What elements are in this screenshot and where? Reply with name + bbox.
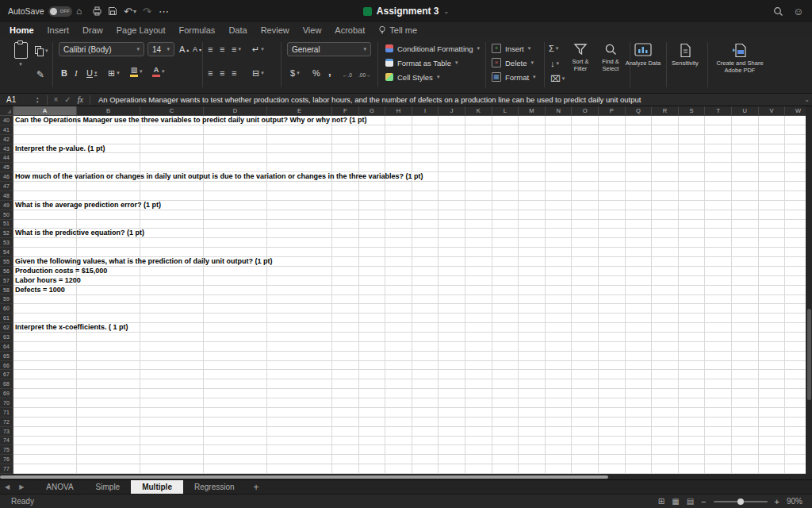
- tab-formulas[interactable]: Formulas: [179, 25, 216, 35]
- percent-button[interactable]: %: [312, 67, 320, 79]
- column-header-U[interactable]: U: [732, 106, 759, 116]
- align-middle-icon[interactable]: ≡: [220, 43, 224, 56]
- row-header-45[interactable]: 45: [0, 163, 13, 172]
- wrap-text-button[interactable]: ↵▾: [252, 43, 264, 56]
- adobe-pdf-button[interactable]: Create and Share Adobe PDF: [712, 43, 768, 74]
- add-sheet-button[interactable]: +: [246, 482, 267, 493]
- select-all-corner[interactable]: [0, 106, 13, 116]
- row-header-56[interactable]: 56: [0, 267, 13, 276]
- view-normal-icon[interactable]: ▦: [672, 497, 679, 506]
- row-header-60[interactable]: 60: [0, 304, 13, 314]
- cell-A58[interactable]: Defects = 1000: [15, 286, 65, 295]
- name-box[interactable]: A1: [0, 95, 36, 104]
- tab-acrobat[interactable]: Acrobat: [335, 25, 365, 35]
- increase-decimal-button[interactable]: ←.0: [343, 68, 352, 81]
- column-header-D[interactable]: D: [204, 106, 267, 116]
- merge-center-button[interactable]: ⊟▾: [252, 67, 264, 79]
- align-left-icon[interactable]: ≡: [208, 67, 213, 79]
- tab-insert[interactable]: Insert: [48, 25, 70, 35]
- row-header-63[interactable]: 63: [0, 333, 13, 342]
- column-header-O[interactable]: O: [572, 106, 599, 116]
- column-header-P[interactable]: P: [599, 106, 626, 116]
- account-icon[interactable]: ☺: [793, 0, 803, 22]
- cell-A52[interactable]: What is the predictive equation? (1 pt): [15, 229, 144, 238]
- row-header-55[interactable]: 55: [0, 257, 13, 267]
- horizontal-scrollbar-thumb[interactable]: [0, 475, 608, 479]
- paste-button[interactable]: ▾: [10, 42, 32, 68]
- delete-cells-button[interactable]: × Delete▾: [492, 57, 534, 68]
- format-painter-button[interactable]: ✎: [36, 68, 44, 81]
- tab-home[interactable]: Home: [10, 25, 34, 35]
- comma-style-button[interactable]: ,: [328, 65, 331, 78]
- increase-font-button[interactable]: A▴: [179, 43, 189, 56]
- autosum-button[interactable]: Σ▾: [549, 42, 558, 55]
- tab-view[interactable]: View: [303, 25, 322, 35]
- cell-styles-button[interactable]: Cell Styles▾: [385, 71, 439, 83]
- font-name-select[interactable]: Calibri (Body)▾: [59, 42, 144, 56]
- insert-cells-button[interactable]: + Insert▾: [492, 43, 530, 54]
- cell-A40[interactable]: Can the Operations Manager use the three…: [15, 116, 367, 125]
- tab-page-layout[interactable]: Page Layout: [117, 25, 166, 35]
- column-header-I[interactable]: I: [412, 106, 439, 116]
- row-header-59[interactable]: 59: [0, 295, 13, 305]
- column-header-B[interactable]: B: [77, 106, 140, 116]
- cancel-icon[interactable]: ×: [51, 95, 62, 104]
- row-header-65[interactable]: 65: [0, 352, 13, 361]
- tab-draw[interactable]: Draw: [82, 25, 103, 35]
- row-header-73[interactable]: 73: [0, 427, 13, 437]
- column-header-Q[interactable]: Q: [626, 106, 653, 116]
- fill-color-button[interactable]: ▨▾: [130, 65, 143, 78]
- column-header-G[interactable]: G: [359, 106, 386, 116]
- column-header-S[interactable]: S: [679, 106, 706, 116]
- cell-A43[interactable]: Interpret the p-value. (1 pt): [15, 144, 105, 154]
- row-header-68[interactable]: 68: [0, 379, 13, 389]
- document-title[interactable]: Assignment 3: [377, 6, 439, 17]
- zoom-in-button[interactable]: +: [775, 497, 779, 506]
- row-header-48[interactable]: 48: [0, 191, 13, 201]
- enter-icon[interactable]: ✓: [61, 95, 74, 104]
- row-header-44[interactable]: 44: [0, 153, 13, 163]
- formula-input[interactable]: An Operations Manager wants to test whet…: [98, 95, 780, 104]
- format-cells-button[interactable]: ▦ Format▾: [492, 71, 536, 83]
- find-select-button[interactable]: Find & Select: [596, 43, 625, 72]
- row-header-42[interactable]: 42: [0, 135, 13, 144]
- cell-A55[interactable]: Given the following values, what is the …: [15, 257, 273, 267]
- row-header-72[interactable]: 72: [0, 418, 13, 427]
- cell-A57[interactable]: Labor hours = 1200: [15, 276, 81, 286]
- insert-function-button[interactable]: fx: [75, 95, 86, 104]
- analyze-data-button[interactable]: Analyze Data: [625, 43, 661, 67]
- column-header-V[interactable]: V: [759, 106, 786, 116]
- row-header-52[interactable]: 52: [0, 229, 13, 238]
- view-page-layout-icon[interactable]: ▤: [687, 497, 694, 506]
- row-header-66[interactable]: 66: [0, 361, 13, 371]
- sheet-tab-anova[interactable]: ANOVA: [35, 480, 84, 494]
- underline-button[interactable]: U▾: [86, 67, 97, 79]
- tell-me-button[interactable]: Tell me: [378, 25, 417, 35]
- zoom-slider[interactable]: [714, 501, 768, 502]
- column-header-M[interactable]: M: [519, 106, 546, 116]
- row-header-76[interactable]: 76: [0, 455, 13, 464]
- row-header-54[interactable]: 54: [0, 248, 13, 257]
- conditional-formatting-button[interactable]: Conditional Formatting▾: [385, 43, 480, 54]
- align-right-icon[interactable]: ≡: [232, 67, 236, 79]
- column-header-E[interactable]: E: [267, 106, 332, 116]
- row-header-51[interactable]: 51: [0, 220, 13, 229]
- horizontal-scrollbar[interactable]: [0, 474, 806, 479]
- column-header-H[interactable]: H: [385, 106, 412, 116]
- italic-button[interactable]: I: [75, 67, 78, 79]
- row-header-50[interactable]: 50: [0, 210, 13, 220]
- vertical-scrollbar[interactable]: [806, 106, 812, 474]
- title-chevron-icon[interactable]: ⌄: [443, 8, 449, 15]
- row-header-71[interactable]: 71: [0, 408, 13, 418]
- format-as-table-button[interactable]: Format as Table▾: [385, 57, 458, 68]
- row-header-57[interactable]: 57: [0, 276, 13, 286]
- tab-review[interactable]: Review: [261, 25, 289, 35]
- align-bottom-icon[interactable]: ≡▾: [232, 43, 241, 56]
- cell-A46[interactable]: How much of the variation or changes in …: [15, 172, 423, 182]
- zoom-out-button[interactable]: −: [701, 497, 706, 506]
- sort-filter-button[interactable]: Sort & Filter: [566, 43, 595, 72]
- row-header-49[interactable]: 49: [0, 201, 13, 210]
- row-header-74[interactable]: 74: [0, 437, 13, 446]
- cell-A49[interactable]: What is the average prediction error? (1…: [15, 201, 161, 210]
- grid-body[interactable]: Can the Operations Manager use the three…: [13, 116, 806, 474]
